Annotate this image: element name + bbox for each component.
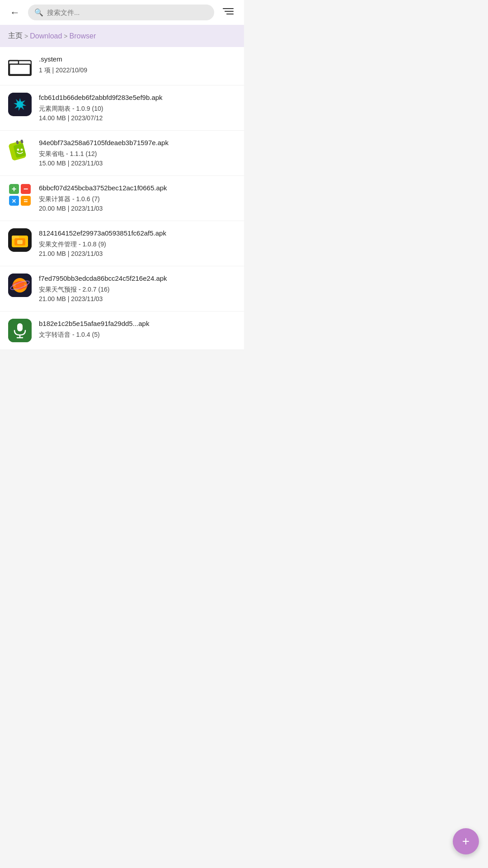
breadcrumb-sep-1: > xyxy=(24,33,28,40)
svg-text:=: = xyxy=(23,197,28,205)
list-item[interactable]: 8124164152ef29973a0593851fc62af5.apk 安果文… xyxy=(0,221,244,266)
file-meta: 安果计算器 - 1.0.6 (7)20.00 MB | 2023/11/03 xyxy=(39,194,236,213)
svg-point-14 xyxy=(21,149,23,151)
list-item[interactable]: fcb61d1b66deb6f2abbfd9f283e5ef9b.apk 元素周… xyxy=(0,85,244,131)
folder-icon xyxy=(8,54,32,78)
svg-rect-5 xyxy=(9,64,30,75)
file-meta: 安果天气预报 - 2.0.7 (16)21.00 MB | 2023/11/03 xyxy=(39,285,236,304)
file-info: b182e1c2b5e15afae91fa29dd5...apk 文字转语音 -… xyxy=(39,319,236,340)
svg-text:×: × xyxy=(12,197,16,205)
file-meta: 元素周期表 - 1.0.9 (10)14.00 MB | 2023/07/12 xyxy=(39,104,236,123)
list-item[interactable]: f7ed7950bb3edcda86bcc24c5f216e24.apk 安果天… xyxy=(0,266,244,311)
search-input[interactable] xyxy=(47,9,208,16)
file-meta: 安果省电 - 1.1.1 (12)15.00 MB | 2023/11/03 xyxy=(39,149,236,168)
back-button[interactable]: ← xyxy=(6,5,23,20)
svg-point-13 xyxy=(17,149,19,151)
breadcrumb-home[interactable]: 主页 xyxy=(8,31,23,41)
svg-rect-27 xyxy=(17,240,23,244)
breadcrumb: 主页 > Download > Browser xyxy=(0,25,244,47)
file-list: .system 1 项 | 2022/10/09 fcb61d1b66deb6f… xyxy=(0,47,244,350)
file-meta: 文字转语音 - 1.0.4 (5) xyxy=(39,330,236,340)
file-name: 8124164152ef29973a0593851fc62af5.apk xyxy=(39,228,236,238)
app-icon-filemanager xyxy=(8,228,32,252)
list-item[interactable]: b182e1c2b5e15afae91fa29dd5...apk 文字转语音 -… xyxy=(0,311,244,350)
file-info: fcb61d1b66deb6f2abbfd9f283e5ef9b.apk 元素周… xyxy=(39,93,236,123)
file-info: 6bbcf07d245bcba3752bec12ac1f0665.apk 安果计… xyxy=(39,183,236,213)
file-name: f7ed7950bb3edcda86bcc24c5f216e24.apk xyxy=(39,274,236,283)
file-name: b182e1c2b5e15afae91fa29dd5...apk xyxy=(39,319,236,328)
sort-button[interactable] xyxy=(219,5,238,20)
file-name: 6bbcf07d245bcba3752bec12ac1f0665.apk xyxy=(39,183,236,193)
svg-text:+: + xyxy=(12,184,17,193)
search-bar[interactable]: 🔍 xyxy=(28,5,214,20)
app-icon-weather xyxy=(8,274,32,297)
file-info: 8124164152ef29973a0593851fc62af5.apk 安果文… xyxy=(39,228,236,259)
svg-rect-34 xyxy=(17,323,23,331)
file-info: f7ed7950bb3edcda86bcc24c5f216e24.apk 安果天… xyxy=(39,274,236,304)
file-name: .system xyxy=(39,54,236,64)
breadcrumb-sep-2: > xyxy=(64,33,67,40)
list-item[interactable]: 94e0bf73a258a67105fdeaeb3b71597e.apk 安果省… xyxy=(0,131,244,176)
app-icon-battery xyxy=(8,138,32,161)
list-item[interactable]: + − × = 6bbcf07d245bcba3752bec12ac1f0665… xyxy=(0,176,244,221)
file-meta: 1 项 | 2022/10/09 xyxy=(39,66,236,75)
file-info: .system 1 项 | 2022/10/09 xyxy=(39,54,236,75)
list-item[interactable]: .system 1 项 | 2022/10/09 xyxy=(0,47,244,85)
breadcrumb-browser[interactable]: Browser xyxy=(70,32,96,40)
header: ← 🔍 xyxy=(0,0,244,25)
file-name: fcb61d1b66deb6f2abbfd9f283e5ef9b.apk xyxy=(39,93,236,102)
search-icon: 🔍 xyxy=(34,8,43,17)
file-name: 94e0bf73a258a67105fdeaeb3b71597e.apk xyxy=(39,138,236,147)
svg-text:−: − xyxy=(23,184,28,193)
app-icon-voice xyxy=(8,319,32,342)
file-meta: 安果文件管理 - 1.0.8 (9)21.00 MB | 2023/11/03 xyxy=(39,240,236,259)
breadcrumb-download[interactable]: Download xyxy=(30,32,62,40)
file-info: 94e0bf73a258a67105fdeaeb3b71597e.apk 安果省… xyxy=(39,138,236,168)
app-icon-calculator: + − × = xyxy=(8,183,32,207)
app-icon-periodic xyxy=(8,93,32,116)
